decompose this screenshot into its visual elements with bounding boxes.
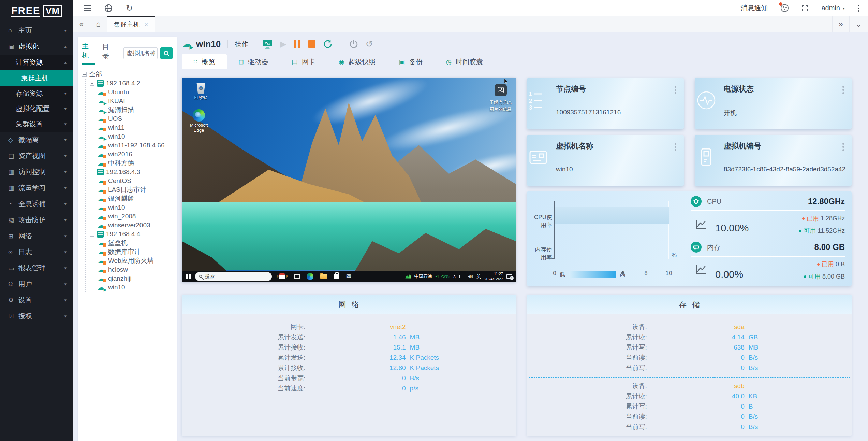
- start-button-icon[interactable]: [186, 274, 191, 279]
- tree-vm-row[interactable]: ☁winserver2003: [98, 221, 173, 230]
- sidebar-item-虚拟化配置[interactable]: 虚拟化配置▾: [0, 101, 73, 116]
- tree-vm-row[interactable]: ☁hciosw: [98, 265, 173, 274]
- desktop-icon-recycle-bin[interactable]: ♻ 回收站: [187, 83, 215, 101]
- tree-vm-row[interactable]: ☁Web应用防火墙: [98, 256, 173, 265]
- tree-vm-row[interactable]: ☁数据库审计: [98, 247, 173, 256]
- search-button[interactable]: [160, 47, 173, 59]
- sidebar-item-攻击防护[interactable]: ▧攻击防护▾: [0, 212, 73, 228]
- sidebar-item-虚拟化[interactable]: ▣虚拟化▴: [0, 39, 73, 55]
- store-icon[interactable]: [334, 274, 339, 279]
- file-explorer-icon[interactable]: [320, 274, 327, 279]
- sidebar-item-日志[interactable]: ∞日志▾: [0, 244, 73, 260]
- play-icon[interactable]: ▶: [280, 39, 286, 49]
- sidebar-item-流量学习[interactable]: ▥流量学习▾: [0, 180, 73, 196]
- tree-vm-row[interactable]: ☁UOS: [98, 114, 173, 123]
- refresh-icon[interactable]: ↻: [126, 4, 133, 12]
- task-view-icon[interactable]: [294, 274, 300, 279]
- card-menu-icon[interactable]: [842, 143, 844, 145]
- input-language[interactable]: 英: [476, 273, 481, 280]
- notification-center-icon[interactable]: 1: [506, 274, 512, 279]
- tree-vm-row[interactable]: ☁qianzhiji: [98, 274, 173, 283]
- sidebar-item-报表管理[interactable]: ▭报表管理▾: [0, 260, 73, 276]
- theme-palette-icon[interactable]: [781, 4, 789, 12]
- user-menu[interactable]: admin ▾: [821, 4, 845, 12]
- vm-console-screen[interactable]: ♻ 回收站 Microsoft Edge 了解有关此 图片的信息: [182, 78, 516, 282]
- sidebar-item-计算资源[interactable]: 计算资源▴: [0, 55, 73, 70]
- tabs-scroll-right-icon[interactable]: »: [832, 16, 849, 32]
- sidebar-item-资产视图[interactable]: ▤资产视图▾: [0, 148, 73, 164]
- tab-hosts[interactable]: 主机: [82, 42, 95, 65]
- tree-host-row[interactable]: 192.168.4.4: [90, 230, 173, 239]
- tree-root-row[interactable]: 全部: [82, 70, 173, 79]
- edge-taskbar-icon[interactable]: [307, 273, 313, 280]
- card-menu-icon[interactable]: [675, 143, 676, 145]
- sidebar-item-集群设置[interactable]: 集群设置▾: [0, 116, 73, 132]
- restore-icon[interactable]: ↺: [366, 40, 373, 48]
- tree-vm-row[interactable]: ☁LAS日志审计: [98, 185, 173, 194]
- tab-close-icon[interactable]: ×: [145, 21, 148, 28]
- spotlight-info-icon[interactable]: [495, 84, 507, 96]
- vm-search-input[interactable]: [123, 47, 158, 59]
- sidebar-item-集群主机[interactable]: 集群主机: [0, 70, 73, 86]
- sidebar-item-主页[interactable]: ⌂主页▾: [0, 23, 73, 39]
- stock-label[interactable]: 中国石油: [414, 273, 432, 280]
- sidebar-item-授权[interactable]: ☑授权▾: [0, 308, 73, 324]
- vm-action-menu[interactable]: 操作: [235, 40, 248, 49]
- tree-vm-row[interactable]: ☁win2016: [98, 150, 173, 159]
- stop-icon[interactable]: [308, 40, 315, 48]
- widgets-icon[interactable]: [278, 273, 286, 280]
- display-tray-icon[interactable]: [459, 275, 464, 278]
- taskbar-search[interactable]: 搜索: [195, 272, 272, 281]
- tray-expand-icon[interactable]: ∧: [453, 274, 456, 279]
- tree-vm-row[interactable]: ☁堡垒机: [98, 239, 173, 247]
- tabs-scroll-left-icon[interactable]: «: [73, 16, 90, 32]
- tree-vm-row[interactable]: ☁CentOS: [98, 176, 173, 185]
- refresh-vm-icon[interactable]: [323, 39, 333, 49]
- more-kebab-icon[interactable]: [858, 8, 859, 9]
- collapse-icon[interactable]: [90, 170, 94, 174]
- sidebar-item-存储资源[interactable]: 存储资源▾: [0, 86, 73, 101]
- menu-collapse-icon[interactable]: [84, 5, 91, 11]
- tree-vm-row[interactable]: ☁▶漏洞扫描: [98, 105, 173, 114]
- collapse-icon[interactable]: [90, 81, 94, 86]
- tree-host-row[interactable]: 192.168.4.2: [90, 79, 173, 88]
- pause-icon[interactable]: [294, 40, 300, 48]
- sidebar-item-访问控制[interactable]: ▦访问控制▾: [0, 164, 73, 180]
- clock[interactable]: 11:27 2024/12/27: [484, 271, 503, 282]
- tree-vm-row[interactable]: ☁中科方德: [98, 159, 173, 168]
- tree-vm-row[interactable]: ☁银河麒麟: [98, 194, 173, 203]
- tab-directory[interactable]: 目录: [102, 42, 115, 64]
- vm-tab-网卡[interactable]: ▤网卡: [280, 54, 327, 69]
- card-menu-icon[interactable]: [675, 86, 676, 88]
- sidebar-item-设置[interactable]: ⚙设置▾: [0, 292, 73, 308]
- tree-host-row[interactable]: 192.168.4.3: [90, 168, 173, 176]
- fullscreen-icon[interactable]: [801, 5, 808, 12]
- sidebar-item-用户[interactable]: Ω用户▾: [0, 276, 73, 292]
- tree-vm-row[interactable]: ☁win11: [98, 123, 173, 132]
- sidebar-item-网络[interactable]: ⊞网络▾: [0, 228, 73, 244]
- sidebar-item-微隔离[interactable]: ◇微隔离▾: [0, 132, 73, 148]
- mail-icon[interactable]: ✉: [346, 273, 351, 280]
- vm-tab-驱动器[interactable]: ⊟驱动器: [227, 54, 280, 69]
- vm-tab-超级快照[interactable]: ◉超级快照: [327, 54, 387, 69]
- tree-vm-row[interactable]: ☁▶win10: [98, 283, 173, 292]
- card-menu-icon[interactable]: [842, 86, 844, 88]
- language-globe-icon[interactable]: [105, 4, 112, 12]
- vnc-console-icon[interactable]: [262, 39, 273, 49]
- tree-vm-row[interactable]: ☁▶IKUAI: [98, 97, 173, 105]
- tree-vm-row[interactable]: ☁win_2008: [98, 212, 173, 221]
- vm-tab-概览[interactable]: ∷概览: [182, 54, 227, 69]
- collapse-icon[interactable]: [82, 72, 87, 77]
- tab-cluster-hosts[interactable]: 集群主机 ×: [107, 16, 156, 32]
- desktop-icon-edge[interactable]: Microsoft Edge: [185, 109, 213, 133]
- tabs-home-icon[interactable]: ⌂: [90, 16, 106, 32]
- collapse-icon[interactable]: [90, 232, 94, 237]
- tabs-list-icon[interactable]: ⌄: [849, 16, 868, 32]
- sidebar-item-全息诱捕[interactable]: ◔全息诱捕▾: [0, 196, 73, 212]
- notifications-link[interactable]: 消息通知: [740, 3, 768, 13]
- vm-tab-时间胶囊[interactable]: ◷时间胶囊: [435, 54, 495, 69]
- vm-tab-备份[interactable]: ▣备份: [387, 54, 435, 69]
- power-icon[interactable]: [349, 40, 358, 48]
- tree-vm-row[interactable]: ☁▶win10: [98, 132, 173, 141]
- tree-vm-row[interactable]: ☁win10: [98, 203, 173, 212]
